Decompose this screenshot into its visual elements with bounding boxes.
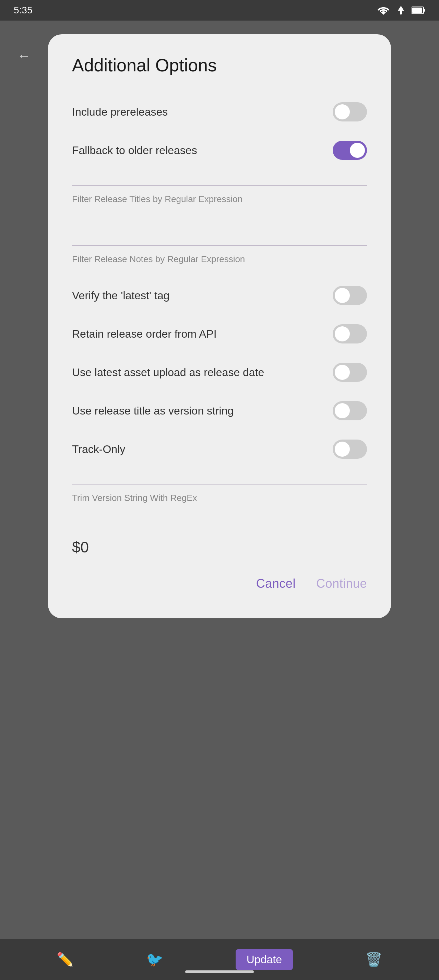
- toggle-retain-order-slider: [333, 324, 367, 344]
- trim-version-input[interactable]: [72, 512, 367, 529]
- svg-rect-2: [412, 8, 422, 13]
- toggle-latest-asset-slider: [333, 363, 367, 382]
- dialog: Additional Options Include prereleases F…: [48, 34, 391, 618]
- toggle-release-title-version-slider: [333, 401, 367, 420]
- divider-3: [72, 484, 367, 485]
- option-row-fallback: Fallback to older releases: [72, 131, 367, 170]
- toggle-release-title-version[interactable]: [333, 401, 367, 420]
- status-bar: 5:35: [0, 0, 439, 21]
- toggle-prereleases-slider: [333, 102, 367, 121]
- status-icons: [377, 5, 425, 16]
- option-label-track-only: Track-Only: [72, 442, 333, 457]
- toggle-prereleases[interactable]: [333, 102, 367, 121]
- option-label-verify-latest: Verify the 'latest' tag: [72, 288, 333, 303]
- toggle-latest-asset[interactable]: [333, 363, 367, 382]
- option-row-retain-order: Retain release order from API: [72, 315, 367, 353]
- svg-rect-1: [423, 9, 425, 12]
- toggle-verify-latest-slider: [333, 286, 367, 305]
- back-button[interactable]: ←: [17, 48, 31, 64]
- toggle-track-only-slider: [333, 439, 367, 459]
- filter-titles-label: Filter Release Titles by Regular Express…: [72, 194, 367, 205]
- option-label-latest-asset: Use latest asset upload as release date: [72, 365, 333, 380]
- option-row-latest-asset: Use latest asset upload as release date: [72, 353, 367, 391]
- option-label-release-title-version: Use release title as version string: [72, 403, 333, 418]
- toggle-fallback[interactable]: [333, 141, 367, 160]
- continue-button[interactable]: Continue: [316, 576, 367, 591]
- option-label-retain-order: Retain release order from API: [72, 326, 333, 342]
- option-row-prereleases: Include prereleases: [72, 93, 367, 131]
- home-indicator: [185, 970, 254, 973]
- option-row-release-title-version: Use release title as version string: [72, 391, 367, 430]
- dialog-title: Additional Options: [72, 55, 367, 75]
- cancel-button[interactable]: Cancel: [256, 576, 296, 591]
- option-row-verify-latest: Verify the 'latest' tag: [72, 276, 367, 315]
- option-label-prereleases: Include prereleases: [72, 104, 333, 120]
- heart-icon[interactable]: 🐦: [146, 951, 163, 968]
- option-label-fallback: Fallback to older releases: [72, 143, 333, 158]
- toggle-fallback-slider: [333, 141, 367, 160]
- delete-icon[interactable]: 🗑️: [365, 951, 382, 968]
- edit-icon[interactable]: ✏️: [57, 951, 74, 968]
- update-button[interactable]: Update: [236, 949, 293, 970]
- filter-titles-input[interactable]: [72, 213, 367, 230]
- time-display: 5:35: [14, 5, 33, 16]
- dialog-buttons: Cancel Continue: [72, 570, 367, 591]
- wifi-icon: [377, 5, 390, 16]
- price-value: $0: [72, 539, 367, 556]
- divider-2: [72, 245, 367, 246]
- trim-version-label: Trim Version String With RegEx: [72, 493, 367, 503]
- toggle-verify-latest[interactable]: [333, 286, 367, 305]
- toggle-retain-order[interactable]: [333, 324, 367, 344]
- bottom-nav-bar: ✏️ 🐦 Update 🗑️: [0, 939, 439, 980]
- airplane-icon: [396, 5, 406, 16]
- toggle-track-only[interactable]: [333, 439, 367, 459]
- divider-1: [72, 185, 367, 186]
- battery-icon: [412, 6, 425, 14]
- filter-notes-label: Filter Release Notes by Regular Expressi…: [72, 254, 367, 264]
- option-row-track-only: Track-Only: [72, 430, 367, 468]
